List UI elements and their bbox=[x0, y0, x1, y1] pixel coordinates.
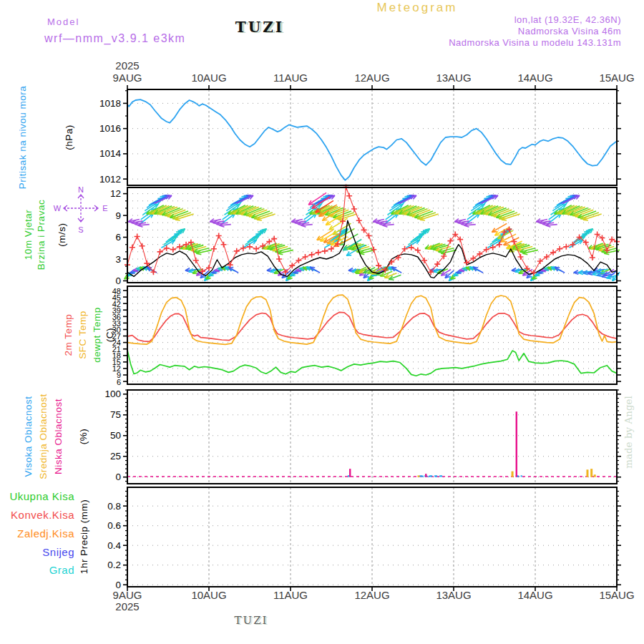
wind-axis-title-2: Brzina i Pravac bbox=[36, 200, 47, 270]
station-title: TUZI bbox=[235, 19, 284, 36]
svg-text:9: 9 bbox=[115, 210, 121, 221]
pressure-axis-title: Pritisak na nivou mora bbox=[17, 86, 28, 190]
precip-label-convective: Konvek.Kisa bbox=[0, 509, 74, 521]
temp-axis-unit: (C) bbox=[104, 328, 115, 342]
svg-text:1016: 1016 bbox=[99, 123, 121, 134]
svg-text:0.2: 0.2 bbox=[107, 560, 121, 570]
svg-text:14AUG: 14AUG bbox=[517, 589, 552, 601]
lonlat-text: lon,lat (19.32E, 42.36N) bbox=[449, 14, 621, 26]
cloud-axis-title-mid: Srednja Oblacnost bbox=[38, 394, 49, 479]
pressure-grid bbox=[127, 89, 617, 185]
svg-text:15AUG: 15AUG bbox=[599, 72, 634, 84]
model-label: Model bbox=[47, 16, 79, 27]
precip-label-snow: Snijeg bbox=[0, 546, 74, 558]
cloud-axis-unit: (%) bbox=[78, 429, 89, 445]
compass-south-label: S bbox=[78, 225, 83, 234]
svg-text:75: 75 bbox=[110, 409, 121, 420]
svg-text:9AUG: 9AUG bbox=[113, 589, 142, 601]
svg-text:11AUG: 11AUG bbox=[273, 72, 308, 84]
temp-axis-title-2m: 2m Temp bbox=[63, 314, 74, 356]
precip-frame: 00.20.40.60.8 bbox=[107, 487, 621, 590]
temp-grid bbox=[127, 286, 617, 384]
page-title: Meteogram bbox=[377, 1, 458, 15]
svg-text:3: 3 bbox=[115, 254, 121, 265]
svg-text:0.6: 0.6 bbox=[107, 520, 121, 531]
svg-text:15AUG: 15AUG bbox=[599, 589, 634, 601]
precip-label-total: Ukupna Kisa bbox=[0, 490, 74, 502]
svg-text:11AUG: 11AUG bbox=[273, 589, 308, 601]
cloud-frame: 0255075100 bbox=[104, 389, 621, 484]
svg-text:14AUG: 14AUG bbox=[517, 72, 552, 84]
compass-west-label: W bbox=[54, 204, 61, 213]
model-elevation-text: Nadmorska Visina u modelu 143.131m bbox=[449, 37, 621, 49]
svg-text:12AUG: 12AUG bbox=[354, 72, 389, 84]
svg-text:10AUG: 10AUG bbox=[191, 72, 226, 84]
pressure-frame: 1012101410161018 bbox=[99, 89, 621, 185]
wind-axis-title-1: 10m Vjetar bbox=[23, 210, 34, 260]
temp-frame: 6912151821242730333639424548 bbox=[112, 286, 621, 386]
precip-label-hail: Grad bbox=[0, 564, 74, 576]
svg-text:48: 48 bbox=[112, 287, 121, 296]
svg-text:0: 0 bbox=[115, 275, 121, 286]
svg-text:1014: 1014 bbox=[99, 148, 122, 159]
svg-text:50: 50 bbox=[110, 430, 121, 441]
svg-text:12AUG: 12AUG bbox=[354, 589, 389, 601]
compass-east-label: E bbox=[102, 204, 107, 213]
svg-text:0.4: 0.4 bbox=[107, 540, 121, 551]
svg-text:1018: 1018 bbox=[99, 98, 121, 109]
cloud-axis-title-high: Visoka Oblacnost bbox=[23, 396, 34, 477]
credit-watermark: made by Angel bbox=[623, 396, 634, 469]
precip-grid bbox=[127, 487, 617, 587]
svg-text:25: 25 bbox=[110, 451, 121, 462]
precip-label-frozen: Zaledj.Kisa bbox=[0, 527, 74, 540]
cloud-grid bbox=[127, 390, 617, 484]
svg-text:1012: 1012 bbox=[99, 174, 121, 185]
precip-axis-unit: 1hr Precip (mm) bbox=[79, 499, 89, 574]
svg-text:10AUG: 10AUG bbox=[191, 589, 226, 601]
cloud-axis-title-low: Niska Oblacnost bbox=[53, 399, 64, 474]
wind-compass bbox=[64, 195, 98, 222]
svg-text:2025: 2025 bbox=[115, 600, 139, 613]
svg-text:13AUG: 13AUG bbox=[436, 72, 471, 84]
svg-text:13AUG: 13AUG bbox=[436, 589, 471, 601]
footer-station-label: TUZI bbox=[235, 614, 268, 627]
elevation-text: Nadmorska Visina 46m bbox=[449, 26, 621, 37]
svg-text:9AUG: 9AUG bbox=[113, 72, 142, 84]
svg-text:0: 0 bbox=[115, 472, 121, 482]
svg-text:0.8: 0.8 bbox=[107, 501, 121, 512]
pressure-axis-unit: (hPa) bbox=[64, 125, 74, 150]
svg-text:100: 100 bbox=[104, 389, 121, 399]
temp-axis-title-sfc: SFC Temp bbox=[77, 311, 88, 359]
temp-axis-title-dewpt: dewpt Temp bbox=[92, 307, 102, 363]
location-info: lon,lat (19.32E, 42.36N) Nadmorska Visin… bbox=[449, 14, 621, 49]
svg-text:6: 6 bbox=[115, 232, 121, 243]
wind-axis-unit: (m/s) bbox=[57, 223, 67, 246]
svg-text:2025: 2025 bbox=[115, 59, 139, 72]
meteogram-page: { "header": { "app_title": "Meteogram", … bbox=[0, 0, 644, 644]
svg-text:12: 12 bbox=[110, 188, 121, 199]
compass-north-label: N bbox=[78, 185, 84, 194]
model-name: wrf—nmm_v3.9.1 e3km bbox=[44, 32, 185, 45]
